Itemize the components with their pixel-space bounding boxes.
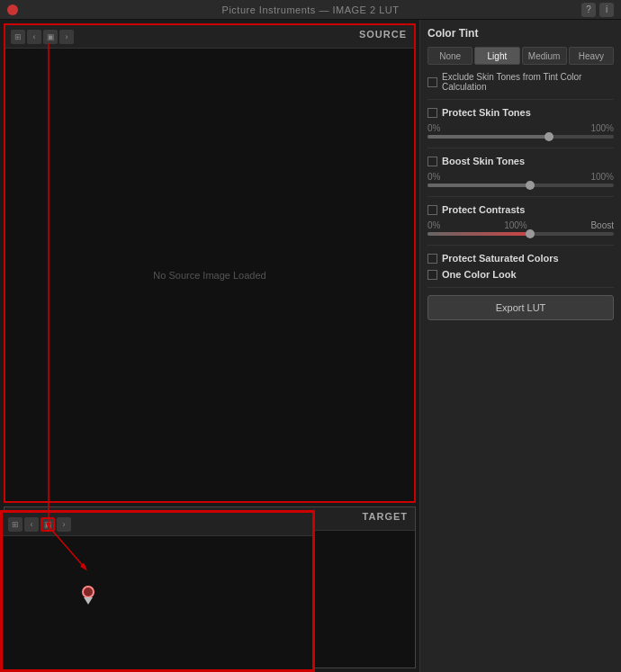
protect-contrasts-thumb[interactable] bbox=[526, 229, 535, 238]
protect-skin-fill bbox=[428, 135, 549, 139]
zoomed-prev-button[interactable]: ‹ bbox=[24, 517, 39, 532]
divider1 bbox=[428, 99, 614, 100]
right-panel: Color Tint None Light Medium Heavy Exclu… bbox=[419, 20, 621, 672]
protect-skin-row: Protect Skin Tones bbox=[428, 107, 614, 118]
protect-contrasts-boost: Boost bbox=[590, 220, 614, 230]
one-color-checkbox[interactable] bbox=[428, 270, 437, 280]
protect-skin-checkbox[interactable] bbox=[428, 108, 437, 118]
zoomed-main-button[interactable]: ▣ bbox=[40, 517, 55, 532]
protect-skin-min: 0% bbox=[428, 123, 440, 133]
tint-none[interactable]: None bbox=[428, 47, 472, 65]
protect-skin-max: 100% bbox=[590, 123, 614, 133]
boost-skin-label: Boost Skin Tones bbox=[442, 156, 525, 166]
source-label: SOURCE bbox=[359, 29, 407, 40]
source-next-button[interactable]: › bbox=[59, 30, 74, 44]
info-button[interactable]: i bbox=[599, 3, 614, 17]
source-icon1[interactable]: ⊞ bbox=[11, 30, 25, 44]
exclude-skin-label: Exclude Skin Tones from Tint Color Calcu… bbox=[442, 72, 614, 92]
divider5 bbox=[428, 287, 614, 288]
protect-saturated-label: Protect Saturated Colors bbox=[442, 253, 559, 264]
boost-skin-row: Boost Skin Tones bbox=[428, 156, 614, 166]
tint-heavy[interactable]: Heavy bbox=[569, 47, 614, 65]
protect-saturated-row: Protect Saturated Colors bbox=[428, 253, 614, 264]
export-lut-button[interactable]: Export LUT bbox=[428, 295, 614, 320]
zoomed-panel: ⊞ ‹ ▣ › bbox=[0, 510, 315, 672]
divider3 bbox=[428, 196, 614, 197]
help-button[interactable]: ? bbox=[581, 3, 596, 17]
protect-contrasts-max: 100% bbox=[504, 220, 527, 230]
title-bar: Picture Instruments — IMAGE 2 LUT ? i bbox=[0, 0, 621, 20]
boost-skin-track[interactable] bbox=[428, 184, 614, 187]
source-prev-button[interactable]: ‹ bbox=[27, 30, 41, 44]
protect-contrasts-min: 0% bbox=[428, 220, 440, 230]
divider2 bbox=[428, 148, 614, 148]
source-main-button[interactable]: ▣ bbox=[43, 30, 58, 44]
protect-contrasts-row: Protect Contrasts bbox=[428, 204, 614, 215]
exclude-skin-checkbox[interactable] bbox=[428, 77, 437, 87]
source-toolbar: ⊞ ‹ ▣ › SOURCE bbox=[5, 25, 414, 49]
tint-buttons-row: None Light Medium Heavy bbox=[428, 47, 614, 65]
target-label: TARGET bbox=[363, 511, 408, 522]
tint-light[interactable]: Light bbox=[474, 47, 519, 65]
exclude-skin-row: Exclude Skin Tones from Tint Color Calcu… bbox=[428, 72, 614, 92]
protect-contrasts-slider-row: 0% 100% Boost bbox=[428, 220, 614, 236]
zoomed-next-button[interactable]: › bbox=[57, 517, 71, 532]
source-content: No Source Image Loaded bbox=[5, 49, 414, 501]
protect-skin-slider-row: 0% 100% bbox=[428, 123, 614, 139]
zoomed-icon1[interactable]: ⊞ bbox=[8, 517, 22, 532]
source-panel: ⊞ ‹ ▣ › SOURCE No Source Image Loaded bbox=[4, 23, 416, 503]
protect-skin-label: Protect Skin Tones bbox=[442, 107, 531, 118]
protect-contrasts-label: Protect Contrasts bbox=[442, 204, 525, 215]
boost-skin-min: 0% bbox=[428, 172, 440, 182]
one-color-label: One Color Look bbox=[442, 269, 517, 280]
protect-contrasts-track[interactable] bbox=[428, 232, 614, 236]
window-title: Picture Instruments — IMAGE 2 LUT bbox=[222, 4, 400, 15]
zoomed-toolbar: ⊞ ‹ ▣ › bbox=[3, 513, 312, 536]
section-title: Color Tint bbox=[428, 27, 614, 40]
boost-skin-max: 100% bbox=[590, 172, 614, 182]
boost-skin-fill bbox=[428, 184, 530, 187]
protect-skin-slider-labels: 0% 100% bbox=[428, 123, 614, 133]
boost-skin-slider-labels: 0% 100% bbox=[428, 172, 614, 182]
protect-contrasts-fill bbox=[428, 232, 530, 236]
source-no-image: No Source Image Loaded bbox=[153, 270, 266, 281]
protect-contrasts-slider-labels: 0% 100% Boost bbox=[428, 220, 614, 230]
one-color-row: One Color Look bbox=[428, 269, 614, 280]
protect-saturated-checkbox[interactable] bbox=[428, 254, 437, 264]
close-button[interactable] bbox=[7, 4, 18, 15]
protect-skin-thumb[interactable] bbox=[544, 132, 554, 141]
boost-skin-slider-row: 0% 100% bbox=[428, 172, 614, 187]
boost-skin-checkbox[interactable] bbox=[428, 157, 437, 166]
boost-skin-thumb[interactable] bbox=[526, 181, 535, 190]
divider4 bbox=[428, 245, 614, 246]
protect-skin-track[interactable] bbox=[428, 135, 614, 139]
tint-medium[interactable]: Medium bbox=[522, 47, 567, 65]
protect-contrasts-checkbox[interactable] bbox=[428, 205, 437, 215]
